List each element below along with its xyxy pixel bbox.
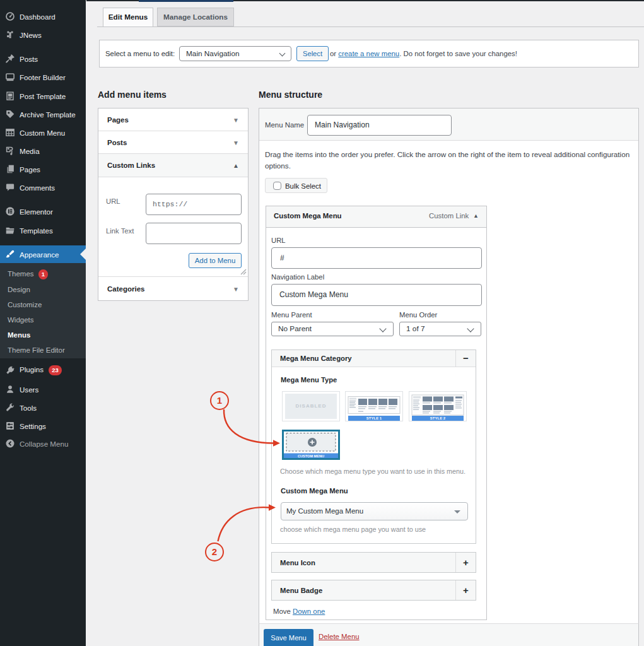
svg-text:STYLE 1: STYLE 1 (366, 416, 382, 420)
svg-text:CUSTOM MENU: CUSTOM MENU (298, 454, 324, 458)
svg-text:STYLE 2: STYLE 2 (430, 416, 446, 420)
